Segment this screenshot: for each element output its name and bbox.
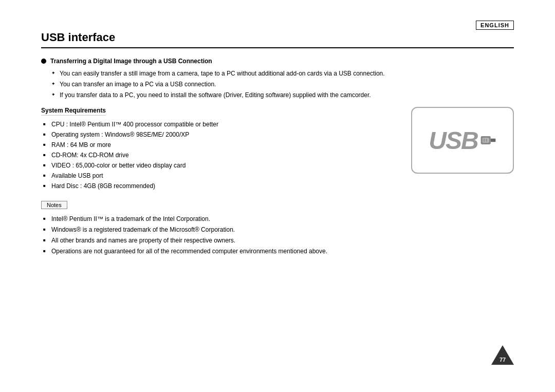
notes-list: Intel® Pentium II™ is a trademark of the… [43, 214, 514, 256]
svg-rect-2 [490, 139, 495, 142]
page: ENGLISH USB interface Transferring a Dig… [0, 0, 555, 392]
system-requirements-title-text: System Requirements [41, 107, 106, 116]
system-requirements-section: System Requirements CPU : Intel® Pentium… [41, 107, 514, 192]
section1-header: Transferring a Digital Image through a U… [41, 58, 514, 65]
req-item-3: CD-ROM: 4x CD-ROM drive [43, 151, 391, 160]
notes-section: Notes Intel® Pentium II™ is a trademark … [41, 201, 514, 256]
usb-logo-box: USB [411, 107, 514, 174]
note-item-0: Intel® Pentium II™ is a trademark of the… [43, 214, 514, 223]
notes-badge: Notes [41, 201, 67, 209]
req-item-0: CPU : Intel® Pentium II™ 400 processor c… [43, 120, 391, 129]
svg-rect-4 [486, 139, 487, 142]
section1-bullet-2: You can transfer an image to a PC via a … [51, 80, 514, 89]
note-item-3: Operations are not guaranteed for all of… [43, 247, 514, 256]
section1-title: Transferring a Digital Image through a U… [50, 58, 212, 65]
svg-rect-3 [483, 139, 485, 142]
section1-dot [41, 59, 46, 64]
note-item-1: Windows® is a registered trademark of th… [43, 225, 514, 234]
page-number: 77 [499, 357, 506, 363]
req-item-2: RAM : 64 MB or more [43, 140, 391, 150]
req-item-5: Available USB port [43, 171, 391, 180]
triangle-shape: 77 [491, 345, 514, 365]
req-item-6: Hard Disc : 4GB (8GB recommended) [43, 181, 391, 191]
page-title: USB interface [41, 31, 514, 48]
usb-plug-icon [480, 134, 496, 146]
english-badge: ENGLISH [476, 21, 514, 30]
section1-bullet-3: If you transfer data to a PC, you need t… [51, 90, 514, 100]
note-item-2: All other brands and names are property … [43, 236, 514, 245]
usb-text: USB [429, 126, 477, 155]
section1-bullets: You can easily transfer a still image fr… [51, 69, 514, 100]
requirements-list: CPU : Intel® Pentium II™ 400 processor c… [43, 120, 391, 191]
system-requirements-left: System Requirements CPU : Intel® Pentium… [41, 107, 391, 192]
usb-logo: USB [429, 126, 496, 155]
req-item-4: VIDEO : 65,000-color or better video dis… [43, 161, 391, 170]
page-number-triangle: 77 [491, 345, 514, 366]
system-requirements-title: System Requirements [41, 107, 391, 120]
req-item-1: Operating system : Windows® 98SE/ME/ 200… [43, 130, 391, 139]
section1-bullet-1: You can easily transfer a still image fr… [51, 69, 514, 78]
